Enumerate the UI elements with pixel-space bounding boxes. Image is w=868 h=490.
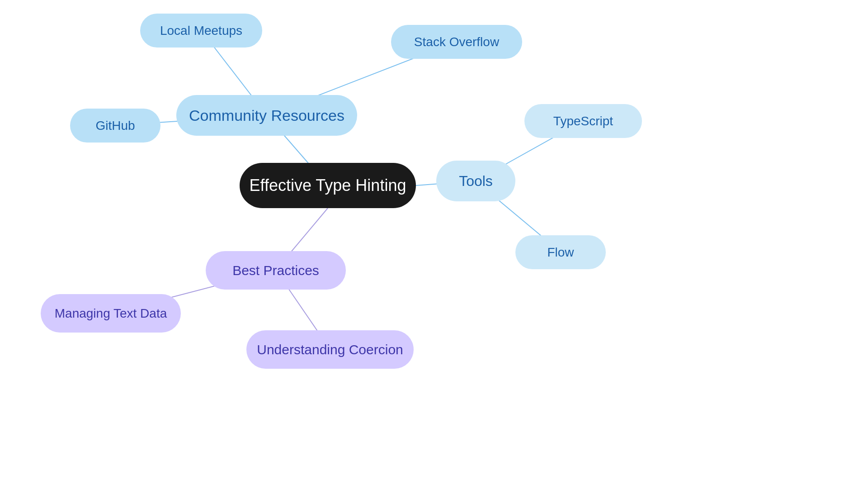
center-label: Effective Type Hinting bbox=[250, 176, 406, 195]
github-label: GitHub bbox=[95, 119, 135, 133]
managing-text-data-node[interactable]: Managing Text Data bbox=[41, 294, 181, 333]
best-practices-label: Best Practices bbox=[232, 263, 319, 278]
center-node[interactable]: Effective Type Hinting bbox=[240, 163, 416, 208]
stack-overflow-node[interactable]: Stack Overflow bbox=[391, 25, 522, 59]
local-meetups-label: Local Meetups bbox=[160, 24, 242, 38]
typescript-node[interactable]: TypeScript bbox=[524, 104, 642, 138]
managing-text-data-label: Managing Text Data bbox=[55, 306, 167, 321]
local-meetups-node[interactable]: Local Meetups bbox=[140, 14, 262, 48]
stack-overflow-label: Stack Overflow bbox=[414, 35, 499, 49]
flow-node[interactable]: Flow bbox=[515, 235, 606, 269]
community-resources-label: Community Resources bbox=[189, 107, 344, 124]
tools-label: Tools bbox=[459, 173, 493, 190]
community-resources-node[interactable]: Community Resources bbox=[176, 95, 357, 136]
tools-node[interactable]: Tools bbox=[436, 161, 515, 201]
connections-svg bbox=[0, 0, 868, 490]
flow-label: Flow bbox=[547, 245, 574, 260]
github-node[interactable]: GitHub bbox=[70, 109, 160, 143]
understanding-coercion-label: Understanding Coercion bbox=[257, 342, 403, 357]
best-practices-node[interactable]: Best Practices bbox=[206, 251, 346, 290]
understanding-coercion-node[interactable]: Understanding Coercion bbox=[246, 330, 414, 369]
typescript-label: TypeScript bbox=[553, 114, 613, 128]
